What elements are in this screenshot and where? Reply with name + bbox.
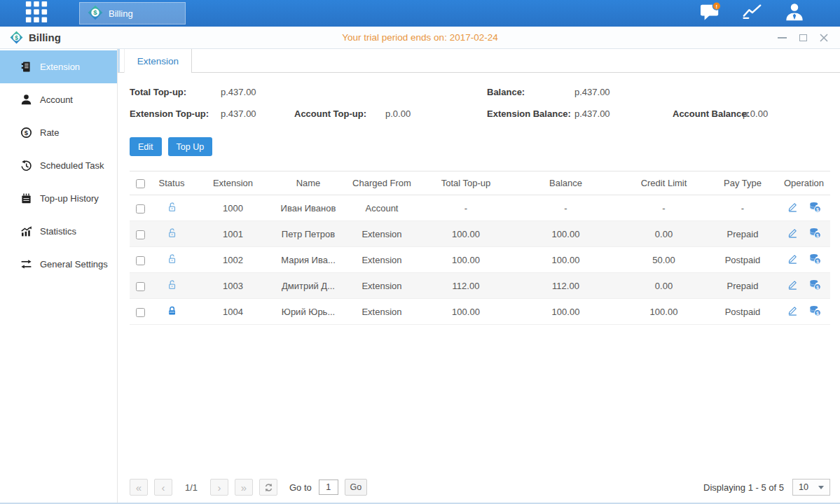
row-checkbox[interactable] xyxy=(136,230,145,239)
edit-button[interactable]: Edit xyxy=(130,137,162,156)
cell-balance: 100.00 xyxy=(511,221,620,247)
cell-credit-limit: 50.00 xyxy=(620,247,708,273)
topup-coins-icon[interactable]: $ xyxy=(809,253,821,265)
last-page-button[interactable]: » xyxy=(235,479,253,496)
extension-balance-value: p.437.00 xyxy=(574,108,610,119)
app-launcher-button[interactable] xyxy=(23,1,50,25)
extension-table-body: 1000 Иван Иванов Account - - - - xyxy=(130,195,830,325)
topup-coins-icon[interactable]: $ xyxy=(809,227,821,239)
open-app-tab-billing[interactable]: $ Billing xyxy=(79,2,186,24)
maximize-button[interactable] xyxy=(798,33,808,43)
notepad-icon xyxy=(20,192,32,204)
sidebar-item-extension[interactable]: Extension xyxy=(0,50,117,83)
sidebar-item-label: Scheduled Task xyxy=(40,160,104,171)
refresh-button[interactable] xyxy=(259,479,277,496)
edit-icon[interactable] xyxy=(787,253,799,265)
close-icon xyxy=(819,33,829,43)
first-page-button[interactable]: « xyxy=(130,479,148,496)
edit-icon[interactable] xyxy=(787,304,799,316)
cell-name: Дмитрий Д... xyxy=(273,273,343,299)
minimize-button[interactable] xyxy=(777,33,787,43)
refresh-icon xyxy=(264,483,273,492)
cell-balance: - xyxy=(511,195,620,221)
apps-grid-icon xyxy=(25,0,48,27)
cell-balance: 100.00 xyxy=(511,247,620,273)
edit-icon[interactable] xyxy=(787,201,799,213)
user-menu-button[interactable] xyxy=(783,3,806,24)
sidebar-item-general-settings[interactable]: General Settings xyxy=(0,248,117,281)
action-buttons: Edit Top Up xyxy=(130,137,840,156)
cell-charged-from: Extension xyxy=(343,273,420,299)
row-checkbox[interactable] xyxy=(136,204,145,214)
cell-credit-limit: 0.00 xyxy=(620,273,708,299)
account-topup-label: Account Top-up: xyxy=(294,108,366,119)
row-checkbox[interactable] xyxy=(136,308,145,317)
reports-button[interactable] xyxy=(741,3,764,24)
cell-name: Петр Петров xyxy=(273,221,343,247)
edit-icon[interactable] xyxy=(787,279,799,290)
status-unlocked-icon xyxy=(167,227,177,238)
sidebar-item-scheduled-task[interactable]: Scheduled Task xyxy=(0,149,117,182)
tab-strip: Extension xyxy=(118,49,840,73)
content-panel: Extension Total Top-up: p.437.00 Balance… xyxy=(118,49,840,503)
messages-button[interactable]: ! xyxy=(698,3,722,24)
balance-summary: Total Top-up: p.437.00 Balance: p.437.00… xyxy=(118,73,840,137)
svg-text:$: $ xyxy=(816,258,819,264)
goto-page-input[interactable] xyxy=(319,479,338,495)
tab-extension[interactable]: Extension xyxy=(124,49,192,73)
top-up-button[interactable]: Top Up xyxy=(168,137,213,156)
cell-credit-limit: 0.00 xyxy=(620,221,708,247)
cell-charged-from: Extension xyxy=(343,299,420,325)
sidebar-item-label: General Settings xyxy=(40,259,108,270)
table-header-row: Status Extension Name Charged From Total… xyxy=(130,172,830,195)
select-all-checkbox[interactable] xyxy=(136,179,145,188)
cell-name: Юрий Юрь... xyxy=(273,299,343,325)
extension-balance-label: Extension Balance: xyxy=(487,108,571,119)
cell-name: Иван Иванов xyxy=(273,195,343,221)
app-tab-label: Billing xyxy=(109,8,133,19)
topup-coins-icon[interactable]: $ xyxy=(809,202,821,213)
first-page-icon: « xyxy=(136,482,142,493)
page-indicator: 1/1 xyxy=(179,482,204,493)
main-area: Extension Account $ Rate xyxy=(0,49,840,503)
page-size-select[interactable]: 10 xyxy=(792,479,830,496)
topup-coins-icon[interactable]: $ xyxy=(809,305,821,316)
go-button[interactable]: Go xyxy=(345,479,367,496)
column-header-extension: Extension xyxy=(193,172,273,195)
dollar-circle-icon: $ xyxy=(20,127,32,139)
clock-history-icon xyxy=(20,160,32,172)
topup-coins-icon[interactable]: $ xyxy=(809,279,821,290)
prev-page-button[interactable]: ‹ xyxy=(154,479,172,496)
cell-charged-from: Extension xyxy=(343,221,420,247)
sidebar-item-label: Rate xyxy=(40,127,59,138)
cell-pay-type: Postpaid xyxy=(708,299,778,325)
status-unlocked-icon xyxy=(167,279,177,290)
window-controls xyxy=(777,33,829,43)
notification-badge: ! xyxy=(716,4,718,10)
billing-diamond-icon: $ xyxy=(88,5,103,22)
row-checkbox[interactable] xyxy=(136,282,145,291)
edit-icon[interactable] xyxy=(787,227,799,239)
column-header-pay-type: Pay Type xyxy=(708,172,778,195)
total-topup-label: Total Top-up: xyxy=(130,87,186,97)
pagination-bar: « ‹ 1/1 › » Go to Go Displaying 1 - 5 of… xyxy=(130,477,830,497)
table-row: 1001 Петр Петров Extension 100.00 100.00… xyxy=(130,221,830,247)
displaying-status: Displaying 1 - 5 of 5 xyxy=(703,482,784,493)
cell-credit-limit: - xyxy=(620,195,708,221)
next-page-button[interactable]: › xyxy=(210,479,228,496)
next-page-icon: › xyxy=(218,482,221,493)
close-button[interactable] xyxy=(819,33,829,43)
balance-value: p.437.00 xyxy=(574,87,610,97)
row-checkbox[interactable] xyxy=(136,256,145,265)
column-header-balance: Balance xyxy=(511,172,620,195)
sidebar-item-topup-history[interactable]: Top-up History xyxy=(0,182,117,215)
maximize-icon xyxy=(799,34,807,41)
sidebar-item-statistics[interactable]: Statistics xyxy=(0,215,117,248)
sidebar-item-rate[interactable]: $ Rate xyxy=(0,116,117,149)
balance-label: Balance: xyxy=(487,87,525,97)
person-icon xyxy=(20,94,32,106)
cell-charged-from: Account xyxy=(343,195,420,221)
sidebar-item-account[interactable]: Account xyxy=(0,83,117,116)
page-size-value: 10 xyxy=(799,482,808,492)
billing-window-icon: $ xyxy=(10,31,23,44)
